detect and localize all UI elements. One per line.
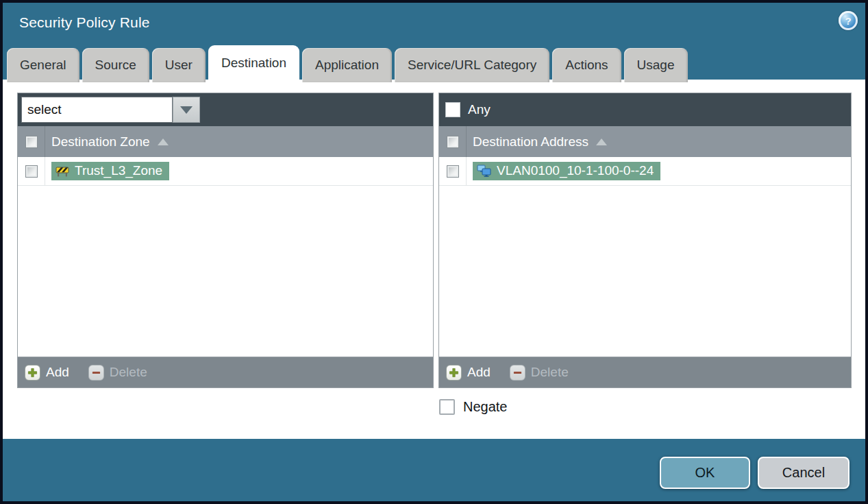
- security-policy-rule-dialog: Security Policy Rule ? General Source Us…: [0, 0, 868, 504]
- delete-icon: [510, 365, 525, 381]
- zone-select-all-cell: [18, 126, 45, 157]
- dialog-title: Security Policy Rule: [19, 14, 150, 31]
- negate-checkbox[interactable]: [439, 399, 455, 415]
- address-any-bar: Any: [439, 93, 851, 126]
- help-icon-glyph: ?: [845, 15, 851, 27]
- tab-source[interactable]: Source: [82, 48, 149, 82]
- help-icon[interactable]: ?: [839, 11, 858, 30]
- zone-column-label: Destination Zone: [51, 134, 150, 149]
- zone-row-checkbox[interactable]: [25, 165, 38, 178]
- address-any-cell: [439, 93, 467, 126]
- address-row-checkbox-cell: [439, 157, 467, 185]
- tab-bar: General Source User Destination Applicat…: [7, 45, 688, 82]
- address-row-checkbox[interactable]: [447, 165, 459, 178]
- zone-column-header: Destination Zone: [18, 126, 433, 157]
- delete-icon: [88, 365, 104, 381]
- zone-add-button[interactable]: Add: [25, 365, 69, 381]
- zone-rows-area: Trust_L3_Zone: [18, 157, 433, 357]
- any-checkbox[interactable]: [445, 102, 460, 117]
- address-value-label: VLAN0100_10-1-100-0--24: [497, 163, 654, 178]
- zone-value-chip[interactable]: Trust_L3_Zone: [51, 162, 169, 180]
- delete-button-label: Delete: [110, 365, 147, 380]
- add-button-label: Add: [46, 365, 69, 380]
- cancel-button[interactable]: Cancel: [758, 457, 850, 489]
- network-address-icon: [477, 165, 491, 177]
- tab-application[interactable]: Application: [302, 48, 392, 82]
- address-add-button[interactable]: Add: [446, 365, 491, 381]
- zone-row-checkbox-cell: [18, 157, 45, 185]
- tab-service-url-category[interactable]: Service/URL Category: [395, 48, 549, 82]
- zone-delete-button[interactable]: Delete: [88, 365, 147, 381]
- negate-label: Negate: [463, 399, 508, 415]
- add-button-label: Add: [467, 365, 491, 380]
- address-toolbar: Add Delete: [439, 357, 851, 387]
- tab-usage[interactable]: Usage: [624, 48, 688, 82]
- address-column-header: Destination Address: [439, 126, 851, 157]
- sort-ascending-icon: [596, 139, 607, 145]
- tab-actions[interactable]: Actions: [552, 48, 621, 82]
- zone-select-all-checkbox[interactable]: [25, 136, 38, 148]
- address-column-title[interactable]: Destination Address: [473, 134, 607, 149]
- zone-toolbar: Add Delete: [18, 357, 433, 387]
- delete-button-label: Delete: [531, 365, 569, 380]
- table-row[interactable]: Trust_L3_Zone: [18, 157, 433, 186]
- destination-zone-panel: Destination Zone Trust_L3_Zone: [17, 93, 434, 388]
- address-select-all-cell: [439, 126, 467, 157]
- address-select-all-checkbox[interactable]: [447, 136, 459, 148]
- zone-column-title[interactable]: Destination Zone: [51, 134, 169, 149]
- table-row[interactable]: VLAN0100_10-1-100-0--24: [439, 157, 851, 186]
- tab-general[interactable]: General: [7, 48, 79, 82]
- zone-value-label: Trust_L3_Zone: [75, 163, 162, 178]
- address-delete-button[interactable]: Delete: [510, 365, 569, 381]
- address-column-label: Destination Address: [473, 134, 588, 149]
- sort-ascending-icon: [158, 139, 169, 145]
- chevron-down-icon: [180, 106, 193, 114]
- ok-button[interactable]: OK: [660, 457, 750, 489]
- negate-option: Negate: [439, 399, 508, 415]
- tab-destination[interactable]: Destination: [208, 45, 299, 82]
- address-rows-area: VLAN0100_10-1-100-0--24: [439, 157, 851, 357]
- add-icon: [25, 365, 40, 381]
- zone-select-dropdown-button[interactable]: [173, 97, 200, 123]
- any-label: Any: [468, 102, 491, 117]
- zone-filter-bar: [18, 93, 433, 126]
- zone-icon: [55, 165, 69, 177]
- add-icon: [446, 365, 462, 381]
- zone-select-input[interactable]: [21, 97, 173, 123]
- address-value-chip[interactable]: VLAN0100_10-1-100-0--24: [473, 162, 660, 180]
- tab-user[interactable]: User: [152, 48, 206, 82]
- destination-address-panel: Any Destination Address: [438, 93, 852, 388]
